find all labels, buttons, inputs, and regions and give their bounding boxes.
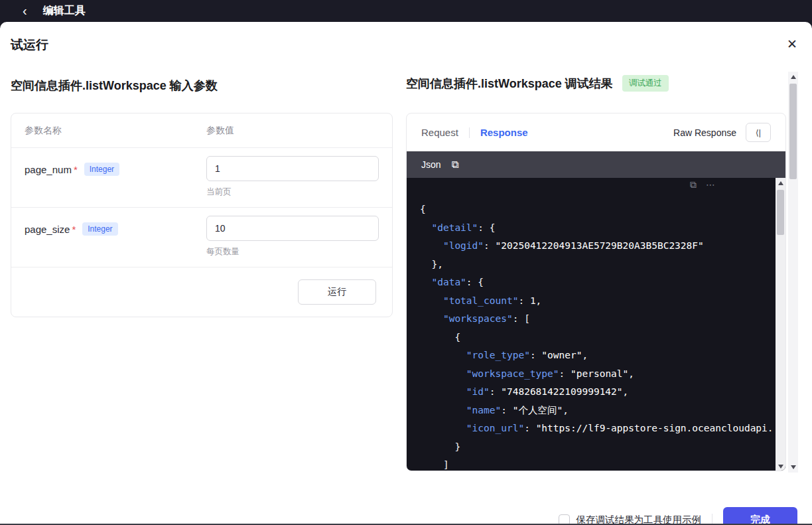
param-label-group: page_size * Integer: [25, 216, 206, 236]
copy-icon: ⧉: [690, 179, 697, 190]
code-line: "role_type": "owner",: [420, 346, 763, 365]
code-line: "logid": "20250412204913AE5729B20A3B5BC2…: [420, 237, 763, 256]
code-line: {: [420, 200, 763, 219]
page-num-input[interactable]: [206, 156, 379, 181]
tab-response[interactable]: Response: [480, 127, 528, 138]
result-tabs: Request Response Raw Response ⟨|: [407, 113, 785, 151]
collapse-panel-button[interactable]: ⟨|: [746, 123, 771, 142]
code-line: ]: [420, 456, 763, 471]
result-section-title: 空间信息插件.listWorkspace 调试结果: [406, 76, 613, 92]
code-line: {: [420, 329, 763, 347]
json-viewer-toolbar: Json ⧉: [407, 151, 785, 178]
done-button[interactable]: 完成: [723, 507, 797, 525]
param-value-group: 每页数量: [206, 216, 379, 258]
param-value-header: 参数值: [206, 125, 234, 137]
code-scrollbar[interactable]: [776, 178, 785, 471]
code-line: "id": "7482681422109999142",: [420, 383, 763, 402]
code-line: "name": "个人空间",: [420, 402, 763, 420]
param-name: page_size: [25, 224, 70, 235]
modal-footer: 保存调试结果为工具使用示例 完成: [559, 507, 798, 525]
debug-result-panel: Request Response Raw Response ⟨| Json ⧉ …: [406, 113, 786, 471]
required-mark: *: [74, 164, 78, 175]
modal-scrollbar-thumb[interactable]: [789, 84, 797, 179]
param-label-group: page_num * Integer: [25, 156, 206, 176]
copy-icon[interactable]: ⧉: [452, 159, 459, 171]
param-name: page_num: [25, 164, 72, 175]
topbar-title: 编辑工具: [43, 3, 86, 19]
json-code[interactable]: { "detail": { "logid": "20250412204913AE…: [407, 178, 785, 471]
collapse-icon: ⟨|: [756, 128, 761, 137]
type-badge: Integer: [84, 163, 119, 176]
code-line: "workspaces": [: [420, 310, 763, 329]
code-line: "icon_url": "https://lf9-appstore-sign.o…: [420, 419, 763, 438]
modal-scrollbar[interactable]: [788, 72, 798, 473]
param-table-header: 参数名称 参数值: [11, 113, 392, 148]
page-size-input[interactable]: [206, 216, 379, 241]
param-hint: 每页数量: [206, 246, 379, 258]
param-row-page-num: page_num * Integer 当前页: [11, 148, 392, 208]
tab-request[interactable]: Request: [421, 127, 458, 138]
tab-divider: [469, 127, 470, 138]
param-name-header: 参数名称: [25, 125, 206, 137]
input-section-title: 空间信息插件.listWorkspace 输入参数: [11, 78, 218, 94]
code-line: "workspace_type": "personal",: [420, 365, 763, 384]
run-row: 运行: [11, 267, 392, 317]
code-scrollbar-down-icon[interactable]: [776, 461, 785, 471]
modal-scrollbar-up-icon[interactable]: [788, 72, 798, 82]
close-icon[interactable]: ✕: [787, 37, 797, 52]
code-scrollbar-up-icon[interactable]: [776, 178, 785, 188]
code-line: "detail": {: [420, 219, 763, 238]
status-badge: 调试通过: [622, 75, 669, 92]
param-hint: 当前页: [206, 187, 379, 198]
format-label: Json: [421, 159, 441, 170]
back-icon[interactable]: ‹: [23, 3, 27, 19]
param-value-group: 当前页: [206, 156, 379, 198]
scrolled-toolbar-remnant: ⧉ ⋯: [690, 179, 715, 190]
code-scrollbar-thumb[interactable]: [777, 190, 784, 235]
param-row-page-size: page_size * Integer 每页数量: [11, 208, 392, 267]
code-line: }: [420, 438, 763, 457]
result-section-header: 空间信息插件.listWorkspace 调试结果 调试通过: [406, 75, 669, 92]
run-button[interactable]: 运行: [298, 279, 376, 305]
test-run-modal: 试运行 ✕ 空间信息插件.listWorkspace 输入参数 空间信息插件.l…: [0, 22, 812, 524]
modal-title: 试运行: [11, 37, 48, 54]
type-badge: Integer: [82, 222, 117, 236]
raw-response-label: Raw Response: [673, 127, 736, 138]
input-params-panel: 参数名称 参数值 page_num * Integer 当前页 page_siz…: [11, 113, 393, 317]
code-line: },: [420, 256, 763, 274]
ellipsis-icon: ⋯: [706, 179, 715, 190]
modal-scrollbar-down-icon[interactable]: [788, 462, 798, 473]
required-mark: *: [72, 224, 76, 235]
code-line: "total_count": 1,: [420, 292, 763, 311]
code-line: "data": {: [420, 273, 763, 292]
